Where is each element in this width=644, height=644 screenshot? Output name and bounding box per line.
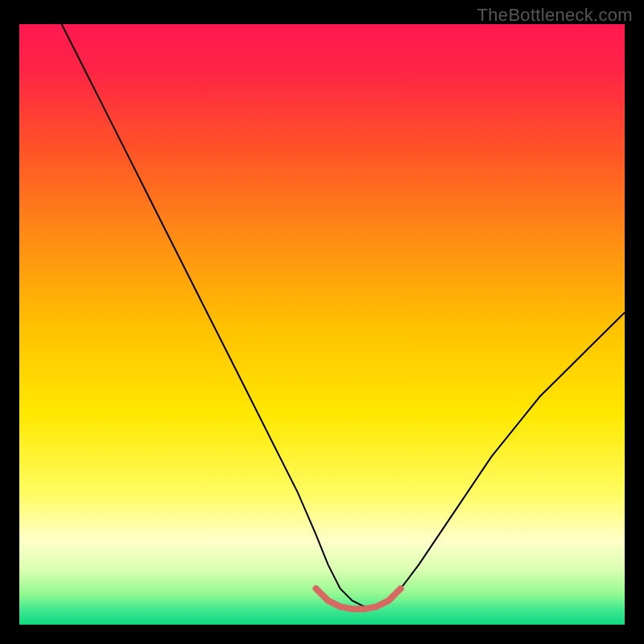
watermark-text: TheBottleneck.com	[477, 5, 633, 26]
chart-lines	[19, 24, 625, 625]
optimal-range-marker	[316, 588, 401, 609]
chart-frame	[19, 24, 625, 625]
chart-area	[19, 24, 625, 625]
bottleneck-curve-line	[62, 24, 625, 607]
